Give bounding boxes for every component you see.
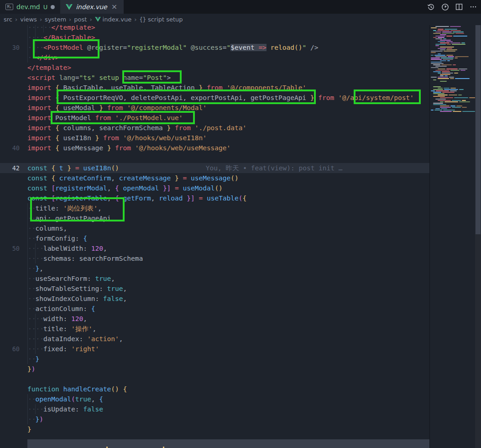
line-number[interactable]: [0, 213, 27, 223]
code-line[interactable]: function handleCreate() {: [0, 384, 429, 394]
code-line[interactable]: <script lang="ts" setup name="Post">: [0, 73, 429, 83]
code-line[interactable]: ··},: [0, 264, 429, 274]
code-line[interactable]: ····isUpdate: false: [0, 404, 429, 414]
line-number[interactable]: [0, 203, 27, 213]
code-line[interactable]: }: [0, 424, 429, 434]
code-line[interactable]: ····dataIndex: 'action',: [0, 334, 429, 344]
code-line[interactable]: 40import { useMessage } from '@/hooks/we…: [0, 143, 429, 153]
code-line[interactable]: import { useI18n } from '@/hooks/web/use…: [0, 133, 429, 143]
code-line[interactable]: ······</template>: [0, 25, 429, 32]
code-line[interactable]: 60····fixed: 'right': [0, 344, 429, 354]
minimap[interactable]: [429, 25, 475, 448]
line-number[interactable]: [0, 264, 27, 274]
line-number[interactable]: [0, 274, 27, 284]
clock-icon[interactable]: [440, 2, 450, 12]
code-line[interactable]: 50····labelWidth: 120,: [0, 243, 429, 253]
close-icon[interactable]: ×: [110, 3, 118, 11]
timeline-history-icon[interactable]: [426, 2, 436, 12]
line-number[interactable]: [0, 364, 27, 374]
line-number[interactable]: [0, 394, 27, 404]
line-number[interactable]: [0, 32, 27, 42]
tab-index-vue[interactable]: index.vue ×: [60, 0, 124, 14]
code-line[interactable]: ····schemas: searchFormSchema: [0, 253, 429, 264]
line-number[interactable]: [0, 193, 27, 203]
line-number[interactable]: [0, 324, 27, 334]
line-number[interactable]: [0, 304, 27, 314]
code-line[interactable]: </template>: [0, 63, 429, 73]
line-number[interactable]: 60: [0, 344, 27, 354]
code-line[interactable]: [0, 374, 429, 384]
code-line[interactable]: import { BasicTable, useTable, TableActi…: [0, 83, 429, 93]
line-number[interactable]: [0, 63, 27, 73]
code-line[interactable]: ··formConfig: {: [0, 233, 429, 243]
unsaved-dot-icon[interactable]: [51, 5, 55, 9]
code-line[interactable]: [0, 153, 429, 163]
breadcrumb-item-script-setup[interactable]: {}script setup: [139, 16, 183, 23]
breadcrumb-item-views[interactable]: views: [20, 16, 37, 23]
code-line[interactable]: ····width: 120,: [0, 314, 429, 324]
vertical-scrollbar[interactable]: [475, 25, 481, 448]
line-number[interactable]: [0, 253, 27, 264]
breadcrumb-item-post[interactable]: post: [74, 16, 87, 23]
line-number[interactable]: 42: [0, 163, 27, 173]
line-number[interactable]: [0, 25, 27, 32]
line-number[interactable]: [0, 133, 27, 143]
line-number[interactable]: [0, 284, 27, 294]
line-number[interactable]: [0, 83, 27, 93]
code-line[interactable]: import { useModal } from '@/components/M…: [0, 103, 429, 113]
line-number[interactable]: [0, 53, 27, 63]
line-number[interactable]: [0, 434, 27, 444]
breadcrumb-item-system[interactable]: system: [45, 16, 66, 23]
line-number[interactable]: [0, 404, 27, 414]
line-number[interactable]: [0, 384, 27, 394]
code-line[interactable]: import { columns, searchFormSchema } fro…: [0, 123, 429, 133]
tab-dev-md[interactable]: M↓ dev.md U: [0, 0, 60, 14]
code-line[interactable]: ····title: '操作',: [0, 324, 429, 334]
code-line[interactable]: const { createConfirm, createMessage } =…: [0, 173, 429, 183]
line-number[interactable]: [0, 173, 27, 183]
code-line[interactable]: ··}): [0, 414, 429, 424]
split-editor-icon[interactable]: [454, 2, 464, 12]
line-number[interactable]: [0, 113, 27, 123]
scrollbar-thumb[interactable]: [476, 25, 481, 234]
line-number[interactable]: 40: [0, 143, 27, 153]
code-line[interactable]: ··}: [0, 354, 429, 364]
code-line[interactable]: const [registerModal, { openModal }] = u…: [0, 183, 429, 193]
line-number[interactable]: [0, 223, 27, 233]
line-number[interactable]: [0, 153, 27, 163]
code-line[interactable]: ··api: getPostPageApi,: [0, 213, 429, 223]
breadcrumb-item-src[interactable]: src: [4, 16, 12, 23]
line-number[interactable]: [0, 233, 27, 243]
code-line[interactable]: ··useSearchForm: true,: [0, 274, 429, 284]
line-number[interactable]: 30: [0, 42, 27, 53]
code-line[interactable]: ··actionColumn: {: [0, 304, 429, 314]
code-line[interactable]: ··columns,: [0, 223, 429, 233]
code-line[interactable]: 30····<PostModel @register="registerModa…: [0, 42, 429, 53]
code-line[interactable]: ··showIndexColumn: false,: [0, 294, 429, 304]
code-line[interactable]: const [registerTable, { getForm, reload …: [0, 193, 429, 203]
code-line[interactable]: ··title: '岗位列表',: [0, 203, 429, 213]
line-number[interactable]: 50: [0, 243, 27, 253]
code-line[interactable]: }): [0, 364, 429, 374]
code-line[interactable]: import PostModel from './PostModel.vue': [0, 113, 429, 123]
code-line[interactable]: import { PostExportReqVO, deletePostApi,…: [0, 93, 429, 103]
code-line[interactable]: 42const { t } = useI18n()You, 昨天 • feat(…: [0, 163, 429, 173]
more-actions-icon[interactable]: [468, 2, 478, 12]
code-line[interactable]: ··</div>: [0, 53, 429, 63]
line-number[interactable]: [0, 354, 27, 364]
line-number[interactable]: [0, 93, 27, 103]
code-editor[interactable]: ······</template>····</BasicTable>30····…: [0, 25, 429, 448]
line-number[interactable]: [0, 374, 27, 384]
breadcrumb-item-index-vue[interactable]: index.vue: [95, 16, 132, 23]
code-line[interactable]: ··showTableSetting: true,: [0, 284, 429, 294]
line-number[interactable]: [0, 103, 27, 113]
line-number[interactable]: [0, 414, 27, 424]
line-number[interactable]: [0, 123, 27, 133]
line-number[interactable]: [0, 294, 27, 304]
code-line[interactable]: ··openModal(true, {: [0, 394, 429, 404]
line-number[interactable]: [0, 73, 27, 83]
line-number[interactable]: [0, 424, 27, 434]
line-number[interactable]: [0, 314, 27, 324]
line-number[interactable]: [0, 183, 27, 193]
line-number[interactable]: [0, 334, 27, 344]
